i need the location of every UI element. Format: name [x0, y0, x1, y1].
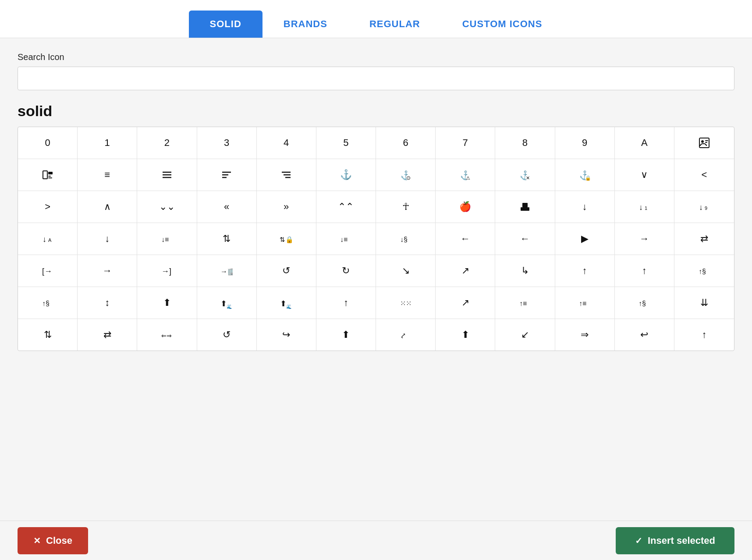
icon-cell[interactable]: 1 [78, 127, 137, 159]
icon-cell[interactable]: ↓≡ [137, 223, 197, 255]
icon-cell[interactable]: ∧ [78, 191, 137, 223]
icon-cell[interactable]: ↻ [316, 255, 376, 287]
icon-cell[interactable]: ↑§ [18, 287, 78, 319]
icon-cell[interactable]: ⚓🔒 [555, 159, 615, 191]
icon-cell[interactable]: ↩ [615, 319, 674, 351]
icon-cell[interactable]: ↳ [495, 255, 555, 287]
icon-cell[interactable]: ☥ [376, 191, 436, 223]
icon-cell[interactable]: 🍎 [436, 191, 495, 223]
icon-cell[interactable]: ← [495, 223, 555, 255]
icon-cell[interactable] [197, 159, 257, 191]
icon-cell[interactable]: ↺ [197, 319, 257, 351]
icon-cell[interactable]: ↓1 [615, 191, 674, 223]
tab-regular[interactable]: REGULAR [348, 11, 441, 38]
icon-cell[interactable]: ↺ [257, 255, 316, 287]
icon-cell[interactable] [495, 191, 555, 223]
icon-cell[interactable]: ⚓✕ [495, 159, 555, 191]
icon-cell[interactable]: 8 [495, 127, 555, 159]
icon-cell[interactable]: 9 [555, 127, 615, 159]
icon-cell[interactable]: ∨ [615, 159, 674, 191]
icon-cell[interactable]: 0 [18, 127, 78, 159]
icon-cell[interactable]: ← [436, 223, 495, 255]
icon-cell[interactable]: ⤤ [376, 319, 436, 351]
icon-cell[interactable]: ↙ [495, 319, 555, 351]
icon-cell[interactable]: ⚓⚠ [436, 159, 495, 191]
tab-brands[interactable]: BRANDS [262, 11, 348, 38]
icon-cell[interactable]: 4 [257, 127, 316, 159]
icon-cell[interactable]: ↑≡ [495, 287, 555, 319]
icon-cell[interactable]: 5 [316, 127, 376, 159]
icon-cell[interactable]: ⬆ [436, 319, 495, 351]
svg-text:↓§: ↓§ [400, 236, 408, 243]
icon-cell[interactable]: 6 [376, 127, 436, 159]
svg-text:⬆: ⬆ [280, 299, 287, 308]
icon-cell[interactable]: ↓§ [376, 223, 436, 255]
svg-text:[→: [→ [42, 267, 52, 276]
icon-cell[interactable]: ⇅ [197, 223, 257, 255]
icon-cell[interactable]: ⇊ [674, 287, 734, 319]
icon-cell[interactable]: ⌄⌄ [137, 191, 197, 223]
icon-cell[interactable]: < [674, 159, 734, 191]
icon-cell[interactable]: ⇐⇒ [137, 319, 197, 351]
icon-cell[interactable]: ≡ [78, 159, 137, 191]
icon-cell[interactable]: » [257, 191, 316, 223]
icon-cell[interactable]: ⬆🌊 [197, 287, 257, 319]
icon-cell[interactable]: ⬆ [316, 319, 376, 351]
icon-cell[interactable]: ↑ [674, 319, 734, 351]
icon-cell[interactable]: ⇒ [555, 319, 615, 351]
icon-cell[interactable]: →] [137, 255, 197, 287]
tab-custom-icons[interactable]: CUSTOM ICONS [441, 11, 564, 38]
svg-point-1 [701, 140, 704, 143]
icon-cell[interactable]: ⬆ [137, 287, 197, 319]
icon-cell[interactable]: 2 [137, 127, 197, 159]
svg-text:⊙: ⊙ [406, 175, 411, 181]
icon-cell[interactable]: ↓A [18, 223, 78, 255]
icon-cell[interactable]: ⁙⁙ [376, 287, 436, 319]
icon-cell[interactable]: [→ [18, 255, 78, 287]
icon-cell[interactable]: ▶ [555, 223, 615, 255]
icon-cell[interactable]: →🏢 [197, 255, 257, 287]
icon-cell[interactable]: > [18, 191, 78, 223]
icon-cell[interactable]: ↘ [376, 255, 436, 287]
icon-cell[interactable]: ↗ [436, 255, 495, 287]
icon-cell[interactable] [18, 159, 78, 191]
icon-cell[interactable]: ⚓ [316, 159, 376, 191]
icon-cell[interactable]: ↓ [555, 191, 615, 223]
icon-cell[interactable]: 7 [436, 127, 495, 159]
icon-cell[interactable]: ↑ [316, 287, 376, 319]
icon-cell[interactable]: ⇄ [78, 319, 137, 351]
icon-cell[interactable]: ⇅ [18, 319, 78, 351]
close-button[interactable]: ✕ Close [18, 527, 88, 554]
icon-cell[interactable]: « [197, 191, 257, 223]
icon-cell[interactable]: ↑ [555, 255, 615, 287]
icon-cell[interactable]: ↑§ [674, 255, 734, 287]
icon-cell[interactable]: ⇅🔒 [257, 223, 316, 255]
icon-cell[interactable]: → [615, 223, 674, 255]
icon-cell[interactable]: ↗ [436, 287, 495, 319]
icon-grid: 0 1 2 3 4 5 6 7 8 9 A ≡ ⚓ ⚓⊙ [18, 127, 734, 351]
insert-selected-button[interactable]: ✓ Insert selected [616, 527, 734, 554]
icon-cell[interactable]: ⇄ [674, 223, 734, 255]
icon-cell[interactable] [257, 159, 316, 191]
close-label: Close [46, 535, 72, 546]
icon-cell[interactable]: ⬆🌊 [257, 287, 316, 319]
icon-cell[interactable]: ↓9 [674, 191, 734, 223]
icon-cell[interactable]: A [615, 127, 674, 159]
icon-cell[interactable]: ⌃⌃ [316, 191, 376, 223]
icon-cell[interactable]: ⚓⊙ [376, 159, 436, 191]
svg-text:⬆: ⬆ [220, 299, 227, 308]
svg-text:✕: ✕ [526, 175, 530, 181]
icon-cell[interactable]: ↑ [615, 255, 674, 287]
icon-cell[interactable]: ↪ [257, 319, 316, 351]
search-input[interactable] [18, 67, 734, 90]
icon-cell[interactable]: ↓≡ [316, 223, 376, 255]
icon-cell[interactable]: → [78, 255, 137, 287]
icon-cell[interactable] [137, 159, 197, 191]
icon-cell[interactable]: ↕ [78, 287, 137, 319]
icon-cell[interactable]: ↓ [78, 223, 137, 255]
icon-cell[interactable]: 3 [197, 127, 257, 159]
icon-cell[interactable] [674, 127, 734, 159]
icon-cell[interactable]: ↑§ [615, 287, 674, 319]
icon-cell[interactable]: ↑≡ [555, 287, 615, 319]
tab-solid[interactable]: SOLID [189, 11, 262, 38]
